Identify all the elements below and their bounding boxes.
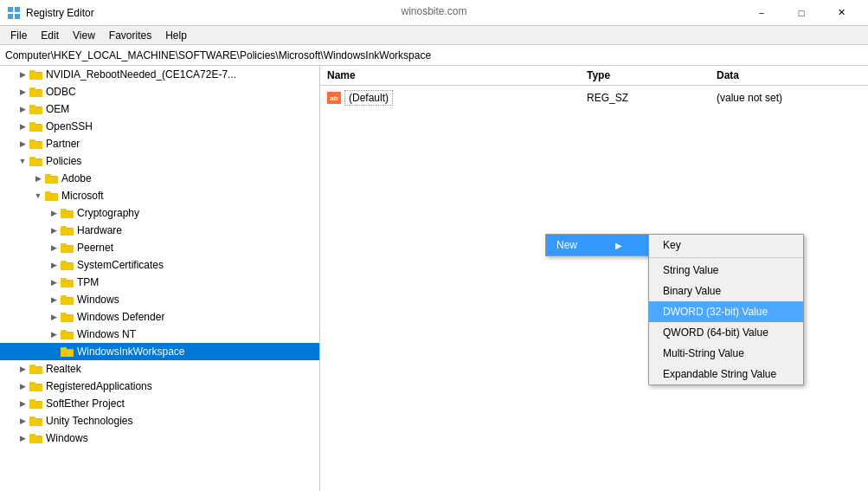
tree-item-openssh[interactable]: ▶ OpenSSH xyxy=(0,118,319,135)
menu-separator xyxy=(649,257,803,258)
submenu-item-binary-value[interactable]: Binary Value xyxy=(649,281,803,301)
submenu-item-string-value[interactable]: String Value xyxy=(649,260,803,281)
submenu-item-expandable-string[interactable]: Expandable String Value xyxy=(649,364,803,384)
folder-icon xyxy=(45,190,59,202)
tree-item-windows-root[interactable]: ▶ Windows xyxy=(0,430,319,447)
menu-view[interactable]: View xyxy=(66,28,102,43)
tree-item-odbc[interactable]: ▶ ODBC xyxy=(0,83,319,100)
tree-item-registeredapps[interactable]: ▶ RegisteredApplications xyxy=(0,378,319,395)
expander-icon[interactable]: ▶ xyxy=(47,241,61,255)
svg-rect-3 xyxy=(15,14,20,19)
folder-icon xyxy=(61,276,74,288)
tree-item-nvidia[interactable]: ▶ NVIDIA_RebootNeeded_(CE1CA72E-7... xyxy=(0,66,319,83)
svg-rect-39 xyxy=(61,263,74,270)
expander-icon[interactable]: ▶ xyxy=(47,258,61,272)
menu-favorites[interactable]: Favorites xyxy=(102,28,158,43)
expander-icon[interactable]: ▶ xyxy=(16,120,29,133)
svg-rect-30 xyxy=(61,211,74,218)
tree-label: OEM xyxy=(46,103,69,115)
minimize-button[interactable]: − xyxy=(742,0,781,26)
expander-icon[interactable]: ▶ xyxy=(47,206,61,220)
submenu-item-multi-string[interactable]: Multi-String Value xyxy=(649,343,803,364)
submenu-item-dword-value[interactable]: DWORD (32-bit) Value xyxy=(649,301,803,322)
expander-icon[interactable]: ▶ xyxy=(16,68,29,81)
tree-item-windows[interactable]: ▶ Windows xyxy=(0,291,319,308)
tree-item-unity[interactable]: ▶ Unity Technologies xyxy=(0,412,319,430)
maximize-button[interactable]: □ xyxy=(781,0,821,26)
svg-rect-1 xyxy=(15,7,20,12)
expander-icon[interactable]: ▶ xyxy=(16,85,29,99)
menu-file[interactable]: File xyxy=(3,28,34,43)
menu-help[interactable]: Help xyxy=(158,28,194,43)
col-header-type: Type xyxy=(587,69,717,81)
folder-icon xyxy=(61,224,74,236)
tree-item-oem[interactable]: ▶ OEM xyxy=(0,100,319,118)
expander-icon[interactable]: ▶ xyxy=(47,327,61,341)
close-button[interactable]: ✕ xyxy=(821,0,861,26)
tree-item-adobe[interactable]: ▶ Adobe xyxy=(0,170,319,187)
expander-icon[interactable]: ▶ xyxy=(47,275,61,289)
window-title: Registry Editor xyxy=(26,7,94,19)
expander-icon[interactable]: ▶ xyxy=(16,362,29,376)
tree-label: Unity Technologies xyxy=(46,415,133,427)
tree-item-hardware[interactable]: ▶ Hardware xyxy=(0,222,319,239)
expander-icon[interactable]: ▶ xyxy=(16,379,29,393)
menu-edit[interactable]: Edit xyxy=(34,28,66,43)
folder-icon xyxy=(61,242,74,254)
svg-rect-33 xyxy=(61,229,74,236)
tree-item-systemcerts[interactable]: ▶ SystemCertificates xyxy=(0,256,319,274)
expander-icon[interactable]: ▶ xyxy=(16,397,29,410)
registry-row[interactable]: ab (Default) REG_SZ (value not set) xyxy=(320,89,868,107)
expander-icon[interactable]: ▶ xyxy=(16,431,29,445)
svg-rect-12 xyxy=(29,107,42,114)
expander-icon[interactable]: ▶ xyxy=(16,137,29,151)
folder-icon xyxy=(61,207,74,219)
tree-item-realtek[interactable]: ▶ Realtek xyxy=(0,360,319,378)
svg-rect-18 xyxy=(29,142,42,149)
tree-panel[interactable]: ▶ NVIDIA_RebootNeeded_(CE1CA72E-7...▶ OD… xyxy=(0,66,320,491)
svg-rect-9 xyxy=(29,90,42,97)
tree-label: Peernet xyxy=(77,242,113,254)
svg-rect-36 xyxy=(61,246,74,253)
expander-icon[interactable]: ▶ xyxy=(47,223,61,237)
svg-rect-66 xyxy=(29,419,42,426)
tree-item-policies[interactable]: ▼ Policies xyxy=(0,152,319,170)
tree-item-windows-defender[interactable]: ▶ Windows Defender xyxy=(0,308,319,326)
tree-label: ODBC xyxy=(46,86,76,98)
svg-rect-54 xyxy=(61,350,74,357)
folder-icon xyxy=(29,138,43,150)
expander-icon[interactable]: ▶ xyxy=(47,293,61,307)
tree-item-peernet[interactable]: ▶ Peernet xyxy=(0,239,319,256)
tree-item-windowsinkworkspace[interactable]: WindowsInkWorkspace xyxy=(0,343,319,360)
expander-icon[interactable]: ▼ xyxy=(16,154,29,168)
svg-rect-60 xyxy=(29,384,42,391)
tree-label: Windows NT xyxy=(77,328,136,340)
folder-icon xyxy=(29,86,43,98)
tree-item-partner[interactable]: ▶ Partner xyxy=(0,135,319,152)
title-center-text: winosbite.com xyxy=(401,5,466,17)
tree-item-tpm[interactable]: ▶ TPM xyxy=(0,274,319,291)
new-arrow-icon: ▶ xyxy=(615,241,622,250)
reg-name-cell: ab (Default) xyxy=(327,90,587,106)
tree-label: Windows Defender xyxy=(77,311,164,323)
folder-icon xyxy=(61,259,74,271)
expander-icon[interactable]: ▶ xyxy=(31,171,45,185)
tree-item-cryptography[interactable]: ▶ Cryptography xyxy=(0,204,319,222)
address-path: Computer\HKEY_LOCAL_MACHINE\SOFTWARE\Pol… xyxy=(5,49,431,61)
context-menu-new[interactable]: New ▶ xyxy=(546,235,648,255)
expander-icon[interactable]: ▼ xyxy=(31,189,45,203)
address-bar[interactable]: Computer\HKEY_LOCAL_MACHINE\SOFTWARE\Pol… xyxy=(0,45,868,66)
tree-label: OpenSSH xyxy=(46,120,93,132)
expander-icon[interactable]: ▶ xyxy=(16,102,29,116)
submenu-item-key[interactable]: Key xyxy=(649,235,803,255)
expander-icon[interactable]: ▶ xyxy=(47,310,61,324)
submenu-item-qword-value[interactable]: QWORD (64-bit) Value xyxy=(649,322,803,343)
expander-icon[interactable]: ▶ xyxy=(16,414,29,428)
svg-rect-69 xyxy=(29,436,42,443)
tree-item-microsoft[interactable]: ▼ Microsoft xyxy=(0,187,319,204)
tree-item-windows-nt[interactable]: ▶ Windows NT xyxy=(0,326,319,343)
context-menu: New ▶ KeyString ValueBinary ValueDWORD (… xyxy=(545,234,649,256)
window-controls: − □ ✕ xyxy=(742,0,861,26)
tree-item-softether[interactable]: ▶ SoftEther Project xyxy=(0,395,319,412)
svg-rect-15 xyxy=(29,125,42,132)
